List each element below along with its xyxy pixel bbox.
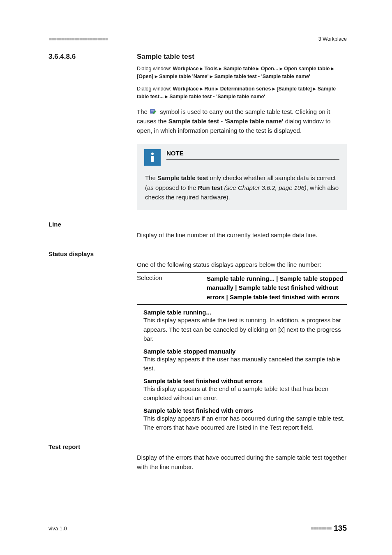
note-ital: (see Chapter 3.6.2, page 106) <box>222 184 306 191</box>
section-title: Sample table test <box>137 53 194 61</box>
selection-value: Sample table running... | Sample table s… <box>207 274 347 302</box>
line-heading: Line <box>48 221 347 228</box>
status-item-3: Sample table test finished with errors T… <box>137 407 347 432</box>
status-item-3-body: This display appears if an error has occ… <box>143 414 347 432</box>
header-chapter: 3 Workplace <box>318 36 347 42</box>
dialog2-prefix: Dialog window: <box>137 86 173 92</box>
note-pre: The <box>145 174 157 181</box>
footer-left: viva 1.0 <box>48 525 67 532</box>
page-header: ■■■■■■■■■■■■■■■■■■■■■■■ 3 Workplace <box>48 36 347 42</box>
svg-rect-5 <box>151 156 154 162</box>
status-item-3-pre: This display appears if an error has occ… <box>143 415 344 431</box>
status-item-0-title: Sample table running... <box>143 309 347 316</box>
status-item-0-body: This display appears while the test is r… <box>143 316 347 344</box>
status-item-2-body: This display appears at the end of a sam… <box>143 384 347 403</box>
status-item-0: Sample table running... This display app… <box>137 309 347 344</box>
selection-label: Selection <box>137 274 207 302</box>
status-item-1-title: Sample table stopped manually <box>143 348 347 355</box>
status-intro: One of the following status displays app… <box>137 260 347 269</box>
status-item-1-body: This display appears if the user has man… <box>143 355 347 373</box>
testreport-heading: Test report <box>48 443 347 450</box>
dialog-path-1: Dialog window: Workplace ▸ Tools ▸ Sampl… <box>137 65 347 81</box>
note-b2: Run test <box>198 184 222 191</box>
line-text: Display of the line number of the curren… <box>137 230 347 240</box>
note-body: The Sample table test only checks whethe… <box>144 173 339 202</box>
note-title: NOTE <box>166 150 339 160</box>
status-item-2: Sample table test finished without error… <box>137 377 347 403</box>
intro-bold: Sample table test - 'Sample table name' <box>168 118 284 125</box>
sample-table-test-icon <box>150 108 157 113</box>
dialog1-prefix: Dialog window: <box>137 66 173 72</box>
note-box: NOTE The Sample table test only checks w… <box>137 144 347 210</box>
page-footer: viva 1.0 ■■■■■■■■ 135 <box>48 524 347 533</box>
section-heading-row: 3.6.4.8.6 Sample table test <box>48 53 347 61</box>
status-item-3-post: field. <box>299 424 314 431</box>
page-number: 135 <box>334 524 347 533</box>
header-marks: ■■■■■■■■■■■■■■■■■■■■■■■ <box>48 36 108 42</box>
status-item-3-title: Sample table test finished with errors <box>143 407 347 414</box>
status-item-3-bold: Test report <box>270 424 299 431</box>
footer-marks: ■■■■■■■■ <box>311 525 331 531</box>
status-item-1: Sample table stopped manually This displ… <box>137 348 347 373</box>
dialog-path-2: Dialog window: Workplace ▸ Run ▸ Determi… <box>137 85 347 101</box>
intro-paragraph: The symbol is used to carry out the samp… <box>137 107 347 136</box>
section-number: 3.6.4.8.6 <box>48 53 120 61</box>
status-item-2-title: Sample table test finished without error… <box>143 377 347 384</box>
svg-point-4 <box>151 153 154 155</box>
note-b1: Sample table test <box>157 174 208 181</box>
intro-pre: The <box>137 108 149 115</box>
selection-table: Selection Sample table running... | Samp… <box>137 272 347 305</box>
note-icon <box>144 149 161 166</box>
status-heading: Status displays <box>48 250 347 257</box>
testreport-text: Display of the errors that have occurred… <box>137 453 347 472</box>
